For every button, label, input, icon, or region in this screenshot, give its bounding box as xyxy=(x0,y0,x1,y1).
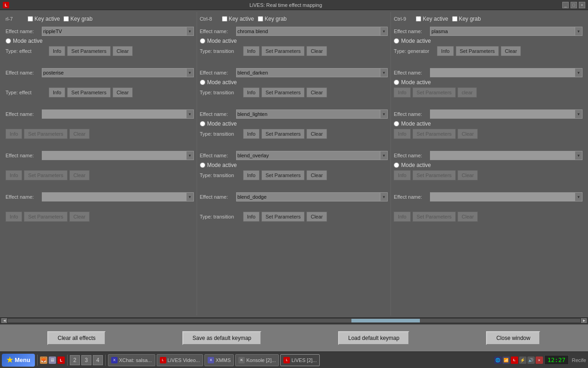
dropdown-arrow[interactable]: ▼ xyxy=(187,192,194,201)
effect-select[interactable]: posterise xyxy=(42,68,187,77)
scroll-left-arrow[interactable]: ◀ xyxy=(1,318,7,323)
mode-active-radio[interactable] xyxy=(200,162,205,168)
dropdown-arrow[interactable]: ▼ xyxy=(187,151,194,160)
key-active-checkbox[interactable] xyxy=(28,16,33,22)
key-grab-checkbox[interactable] xyxy=(452,16,458,22)
effect-select[interactable] xyxy=(430,109,575,119)
mode-active-radio[interactable] xyxy=(200,121,205,126)
info-button[interactable]: Info xyxy=(49,87,65,98)
effect-select[interactable] xyxy=(430,151,575,160)
scroll-right-arrow[interactable]: ▶ xyxy=(581,318,587,323)
clear-button[interactable]: Clear xyxy=(306,46,327,56)
scroll-thumb[interactable] xyxy=(351,319,420,322)
clear-button[interactable]: Clear xyxy=(501,46,521,56)
menu-button[interactable]: ★ Menu xyxy=(2,354,35,367)
set-parameters-button[interactable]: Set Parameters xyxy=(261,87,305,98)
key-grab-checkbox[interactable] xyxy=(258,16,263,22)
tray-lives-tray-icon[interactable]: L xyxy=(511,356,518,364)
taskbar-browser-icon[interactable]: 🦊 xyxy=(40,356,47,364)
effect-select[interactable] xyxy=(430,68,575,77)
dropdown-arrow[interactable]: ▼ xyxy=(380,192,388,201)
dropdown-arrow[interactable]: ▼ xyxy=(575,151,582,160)
set-parameters-button[interactable]: Set Parameters xyxy=(67,87,110,98)
info-button[interactable]: Info xyxy=(243,46,260,56)
mode-active-radio[interactable] xyxy=(200,38,205,44)
info-button[interactable]: Info xyxy=(49,46,65,56)
key-active-checkbox[interactable] xyxy=(222,16,227,22)
dropdown-arrow[interactable]: ▼ xyxy=(575,27,582,36)
tray-network-icon[interactable]: 📶 xyxy=(503,356,510,364)
close-window-button[interactable]: Close window xyxy=(486,331,540,345)
mode-active-radio[interactable] xyxy=(394,80,399,85)
set-parameters-button[interactable]: Set Parameters xyxy=(261,212,305,222)
mode-active-radio[interactable] xyxy=(394,38,399,44)
taskbar-monitor-icon[interactable]: 🖥 xyxy=(49,356,56,364)
effect-select[interactable] xyxy=(42,109,187,119)
dropdown-arrow[interactable]: ▼ xyxy=(187,27,194,36)
dropdown-arrow[interactable]: ▼ xyxy=(187,109,194,119)
horizontal-scrollbar[interactable]: ◀ ▶ xyxy=(0,317,588,324)
info-button[interactable]: Info xyxy=(243,170,260,180)
maximize-button[interactable]: □ xyxy=(571,2,577,8)
tray-flag-icon[interactable]: 🌐 xyxy=(494,356,502,364)
dropdown-arrow[interactable]: ▼ xyxy=(575,109,582,119)
mode-active-radio[interactable] xyxy=(200,80,205,85)
taskbar-xchat-button[interactable]: X XChat: salsa... xyxy=(108,354,155,366)
effect-select[interactable] xyxy=(42,151,187,160)
clear-button[interactable]: Clear xyxy=(306,170,327,180)
clear-all-effects-button[interactable]: Clear all effects xyxy=(47,331,105,345)
set-parameters-button[interactable]: Set Parameters xyxy=(67,46,110,56)
taskbar-lives2-button[interactable]: L LiVES [2]... xyxy=(280,354,320,366)
effect-select[interactable]: blend_darken xyxy=(236,68,381,77)
tray-power-icon[interactable]: ⚡ xyxy=(519,356,526,364)
set-parameters-button[interactable]: Set Parameters xyxy=(456,46,499,56)
effect-select[interactable]: plasma xyxy=(430,27,575,36)
dropdown-arrow[interactable]: ▼ xyxy=(380,109,388,119)
set-parameters-button[interactable]: Set Parameters xyxy=(261,46,305,56)
effect-select[interactable]: rippleTV xyxy=(42,27,187,36)
dropdown-arrow[interactable]: ▼ xyxy=(380,68,388,77)
dropdown-arrow[interactable]: ▼ xyxy=(380,27,388,36)
workspace-4-button[interactable]: 4 xyxy=(93,355,103,365)
clear-button[interactable]: Clear xyxy=(306,87,327,98)
tray-close-icon[interactable]: × xyxy=(536,356,543,364)
mode-active-radio[interactable] xyxy=(394,162,399,168)
dropdown-arrow[interactable]: ▼ xyxy=(575,192,582,201)
key-grab-checkbox[interactable] xyxy=(63,16,69,22)
taskbar-lives-video-button[interactable]: L LiVES Video... xyxy=(157,354,204,366)
info-button: Info xyxy=(6,170,22,180)
key-active-checkbox[interactable] xyxy=(416,16,421,22)
taskbar-xmms-button[interactable]: X XMMS xyxy=(204,354,234,366)
info-button[interactable]: Info xyxy=(243,129,260,139)
effect-select[interactable]: blend_dodge xyxy=(236,192,381,201)
taskbar-lives-icon[interactable]: L xyxy=(57,356,65,364)
clear-button[interactable]: Clear xyxy=(113,87,133,98)
dropdown-arrow[interactable]: ▼ xyxy=(575,68,582,77)
info-button[interactable]: Info xyxy=(437,46,453,56)
info-button[interactable]: Info xyxy=(243,87,260,98)
info-button[interactable]: Info xyxy=(243,212,260,222)
save-default-keymap-button[interactable]: Save as default keymap xyxy=(182,331,261,345)
close-button[interactable]: × xyxy=(579,2,585,8)
effect-select[interactable]: blend_lighten xyxy=(236,109,381,119)
taskbar-konsole-button[interactable]: K Konsole [2]... xyxy=(235,354,279,366)
dropdown-arrow[interactable]: ▼ xyxy=(187,68,194,77)
tray-sound-icon[interactable]: 🔊 xyxy=(527,356,535,364)
load-default-keymap-button[interactable]: Load default keymap xyxy=(338,331,409,345)
minimize-button[interactable]: _ xyxy=(562,2,569,8)
effect-select[interactable] xyxy=(42,192,187,201)
set-parameters-button[interactable]: Set Parameters xyxy=(261,170,305,180)
workspace-2-button[interactable]: 2 xyxy=(70,355,80,365)
mode-active-radio[interactable] xyxy=(6,38,11,44)
effect-select[interactable]: chroma blend xyxy=(236,27,381,36)
dropdown-arrow[interactable]: ▼ xyxy=(380,151,388,160)
clear-button[interactable]: Clear xyxy=(306,212,327,222)
workspace-3-button[interactable]: 3 xyxy=(81,355,91,365)
effect-select[interactable]: blend_overlay xyxy=(236,151,381,160)
scroll-track[interactable] xyxy=(8,319,580,322)
mode-active-radio[interactable] xyxy=(394,121,399,126)
set-parameters-button[interactable]: Set Parameters xyxy=(261,129,305,139)
clear-button[interactable]: Clear xyxy=(306,129,327,139)
effect-select[interactable] xyxy=(430,192,575,201)
clear-button[interactable]: Clear xyxy=(113,46,133,56)
